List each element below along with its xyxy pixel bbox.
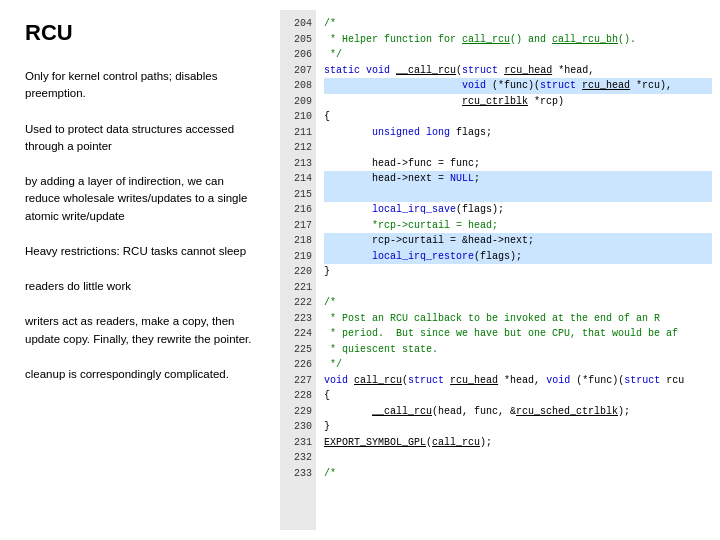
line-number: 204 [284,16,312,32]
line-numbers: 2042052062072082092102112122132142152162… [280,10,316,530]
left-panel: RCU Only for kernel control paths; disab… [0,0,280,540]
text-block-1: Only for kernel control paths; disables … [25,68,255,103]
line-number: 228 [284,388,312,404]
line-number: 220 [284,264,312,280]
right-panel: 2042052062072082092102112122132142152162… [280,0,720,540]
code-line: void (*func)(struct rcu_head *rcu), [324,78,712,94]
code-line: * Post an RCU callback to be invoked at … [324,311,712,327]
code-line: { [324,109,712,125]
code-line: EXPORT_SYMBOL_GPL(call_rcu); [324,435,712,451]
code-line: __call_rcu(head, func, &rcu_sched_ctrlbl… [324,404,712,420]
code-line: /* [324,466,712,482]
code-line: } [324,264,712,280]
line-number: 219 [284,249,312,265]
code-line: * period. But since we have but one CPU,… [324,326,712,342]
code-area: /* * Helper function for call_rcu() and … [316,10,720,530]
text-block-2: Used to protect data structures accessed… [25,121,255,156]
line-number: 208 [284,78,312,94]
text-block-5: readers do little work [25,278,255,295]
line-number: 230 [284,419,312,435]
line-number: 224 [284,326,312,342]
line-number: 209 [284,94,312,110]
code-line: */ [324,47,712,63]
code-line [324,187,712,203]
code-line: rcu_ctrlblk *rcp) [324,94,712,110]
code-line: rcp->curtail = &head->next; [324,233,712,249]
line-number: 231 [284,435,312,451]
text-block-6: writers act as readers, make a copy, the… [25,313,255,348]
code-line: head->func = func; [324,156,712,172]
code-line [324,280,712,296]
code-line: static void __call_rcu(struct rcu_head *… [324,63,712,79]
line-number: 227 [284,373,312,389]
line-number: 229 [284,404,312,420]
line-number: 213 [284,156,312,172]
text-block-7: cleanup is correspondingly complicated. [25,366,255,383]
code-line: } [324,419,712,435]
line-number: 212 [284,140,312,156]
line-number: 207 [284,63,312,79]
line-number: 217 [284,218,312,234]
line-number: 206 [284,47,312,63]
code-line [324,450,712,466]
code-line: local_irq_restore(flags); [324,249,712,265]
code-line: unsigned long flags; [324,125,712,141]
line-number: 233 [284,466,312,482]
line-number: 214 [284,171,312,187]
line-number: 225 [284,342,312,358]
slide-title: RCU [25,20,255,46]
line-number: 205 [284,32,312,48]
line-number: 222 [284,295,312,311]
code-line: *rcp->curtail = head; [324,218,712,234]
code-line: /* [324,16,712,32]
code-line [324,140,712,156]
text-block-3: by adding a layer of indirection, we can… [25,173,255,225]
code-line: /* [324,295,712,311]
text-block-4: Heavy restrictions: RCU tasks cannot sle… [25,243,255,260]
line-number: 226 [284,357,312,373]
code-line: * quiescent state. [324,342,712,358]
line-number: 211 [284,125,312,141]
code-line: { [324,388,712,404]
line-number: 218 [284,233,312,249]
line-number: 232 [284,450,312,466]
line-number: 221 [284,280,312,296]
line-number: 215 [284,187,312,203]
code-line: head->next = NULL; [324,171,712,187]
line-number: 223 [284,311,312,327]
line-number: 210 [284,109,312,125]
line-number: 216 [284,202,312,218]
code-line: local_irq_save(flags); [324,202,712,218]
code-line: void call_rcu(struct rcu_head *head, voi… [324,373,712,389]
code-line: */ [324,357,712,373]
code-line: * Helper function for call_rcu() and cal… [324,32,712,48]
